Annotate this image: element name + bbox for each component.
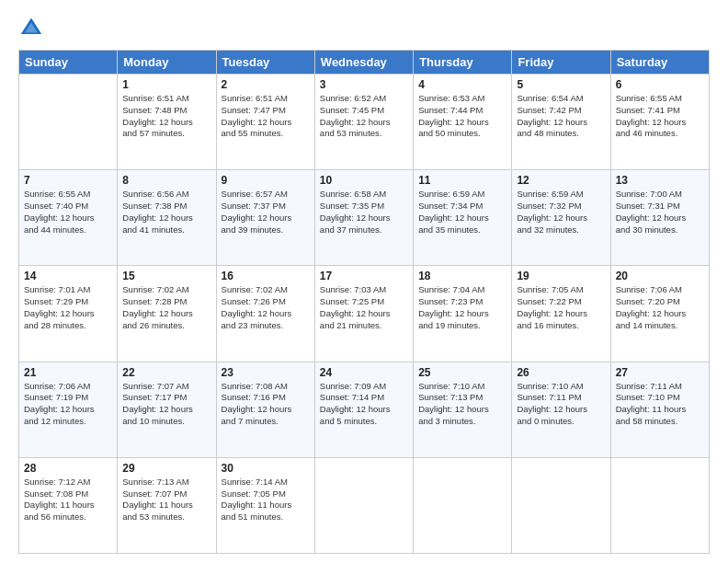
day-number: 17 — [320, 270, 408, 282]
day-info: Sunrise: 7:12 AM Sunset: 7:08 PM Dayligh… — [24, 477, 112, 523]
day-number: 26 — [517, 366, 605, 379]
day-number: 24 — [320, 366, 408, 379]
header — [18, 15, 710, 40]
day-info: Sunrise: 7:06 AM Sunset: 7:19 PM Dayligh… — [24, 381, 112, 428]
day-info: Sunrise: 7:04 AM Sunset: 7:23 PM Dayligh… — [418, 284, 506, 331]
calendar-cell — [610, 457, 709, 553]
day-info: Sunrise: 7:06 AM Sunset: 7:20 PM Dayligh… — [616, 284, 704, 331]
calendar-week-row: 7Sunrise: 6:55 AM Sunset: 7:40 PM Daylig… — [19, 170, 710, 266]
calendar-cell: 13Sunrise: 7:00 AM Sunset: 7:31 PM Dayli… — [610, 170, 709, 266]
calendar-cell: 30Sunrise: 7:14 AM Sunset: 7:05 PM Dayli… — [216, 457, 314, 553]
day-number: 30 — [222, 462, 310, 475]
calendar-cell: 14Sunrise: 7:01 AM Sunset: 7:29 PM Dayli… — [19, 266, 118, 362]
calendar-header-monday: Monday — [118, 51, 216, 75]
day-info: Sunrise: 7:13 AM Sunset: 7:07 PM Dayligh… — [122, 477, 210, 523]
day-info: Sunrise: 7:05 AM Sunset: 7:22 PM Dayligh… — [517, 284, 605, 331]
day-number: 3 — [320, 78, 408, 91]
calendar-cell: 29Sunrise: 7:13 AM Sunset: 7:07 PM Dayli… — [118, 457, 216, 553]
calendar-cell: 22Sunrise: 7:07 AM Sunset: 7:17 PM Dayli… — [118, 362, 216, 457]
day-info: Sunrise: 7:02 AM Sunset: 7:26 PM Dayligh… — [222, 284, 310, 331]
calendar-header-sunday: Sunday — [19, 51, 118, 75]
day-number: 19 — [517, 270, 605, 282]
calendar-cell: 10Sunrise: 6:58 AM Sunset: 7:35 PM Dayli… — [314, 170, 413, 266]
calendar-header-thursday: Thursday — [414, 51, 512, 75]
day-info: Sunrise: 7:08 AM Sunset: 7:16 PM Dayligh… — [222, 381, 310, 428]
calendar-week-row: 14Sunrise: 7:01 AM Sunset: 7:29 PM Dayli… — [19, 266, 710, 362]
day-number: 21 — [24, 366, 112, 379]
calendar-cell: 17Sunrise: 7:03 AM Sunset: 7:25 PM Dayli… — [314, 266, 413, 362]
day-number: 27 — [616, 366, 704, 379]
calendar-cell: 7Sunrise: 6:55 AM Sunset: 7:40 PM Daylig… — [19, 170, 118, 266]
day-info: Sunrise: 7:01 AM Sunset: 7:29 PM Dayligh… — [24, 284, 112, 331]
day-number: 14 — [24, 270, 112, 282]
day-info: Sunrise: 7:11 AM Sunset: 7:10 PM Dayligh… — [616, 381, 704, 428]
calendar-header-tuesday: Tuesday — [216, 51, 314, 75]
calendar-cell: 8Sunrise: 6:56 AM Sunset: 7:38 PM Daylig… — [118, 170, 216, 266]
day-info: Sunrise: 7:02 AM Sunset: 7:28 PM Dayligh… — [122, 284, 210, 331]
calendar-cell: 19Sunrise: 7:05 AM Sunset: 7:22 PM Dayli… — [512, 266, 610, 362]
calendar-cell: 12Sunrise: 6:59 AM Sunset: 7:32 PM Dayli… — [512, 170, 610, 266]
day-info: Sunrise: 6:53 AM Sunset: 7:44 PM Dayligh… — [418, 93, 506, 140]
calendar-cell: 2Sunrise: 6:51 AM Sunset: 7:47 PM Daylig… — [216, 75, 314, 170]
day-number: 2 — [222, 78, 310, 91]
day-info: Sunrise: 7:00 AM Sunset: 7:31 PM Dayligh… — [616, 189, 704, 236]
calendar-cell: 27Sunrise: 7:11 AM Sunset: 7:10 PM Dayli… — [610, 362, 709, 457]
day-info: Sunrise: 6:54 AM Sunset: 7:42 PM Dayligh… — [517, 93, 605, 140]
day-info: Sunrise: 6:55 AM Sunset: 7:40 PM Dayligh… — [24, 189, 112, 236]
day-number: 4 — [418, 78, 506, 91]
day-info: Sunrise: 6:52 AM Sunset: 7:45 PM Dayligh… — [320, 93, 408, 140]
calendar-header-friday: Friday — [512, 51, 610, 75]
calendar-cell: 18Sunrise: 7:04 AM Sunset: 7:23 PM Dayli… — [414, 266, 512, 362]
calendar-cell: 6Sunrise: 6:55 AM Sunset: 7:41 PM Daylig… — [610, 75, 709, 170]
day-info: Sunrise: 6:57 AM Sunset: 7:37 PM Dayligh… — [222, 189, 310, 236]
logo — [18, 15, 48, 40]
calendar-cell: 24Sunrise: 7:09 AM Sunset: 7:14 PM Dayli… — [314, 362, 413, 457]
calendar-cell: 25Sunrise: 7:10 AM Sunset: 7:13 PM Dayli… — [414, 362, 512, 457]
calendar-cell — [512, 457, 610, 553]
calendar-cell: 15Sunrise: 7:02 AM Sunset: 7:28 PM Dayli… — [118, 266, 216, 362]
calendar-cell: 23Sunrise: 7:08 AM Sunset: 7:16 PM Dayli… — [216, 362, 314, 457]
day-number: 15 — [122, 270, 210, 282]
calendar-cell: 26Sunrise: 7:10 AM Sunset: 7:11 PM Dayli… — [512, 362, 610, 457]
calendar-cell: 21Sunrise: 7:06 AM Sunset: 7:19 PM Dayli… — [19, 362, 118, 457]
day-number: 22 — [122, 366, 210, 379]
calendar-cell: 28Sunrise: 7:12 AM Sunset: 7:08 PM Dayli… — [19, 457, 118, 553]
day-number: 11 — [418, 174, 506, 187]
day-info: Sunrise: 7:03 AM Sunset: 7:25 PM Dayligh… — [320, 284, 408, 331]
calendar-week-row: 21Sunrise: 7:06 AM Sunset: 7:19 PM Dayli… — [19, 362, 710, 457]
day-number: 13 — [616, 174, 704, 187]
calendar-week-row: 28Sunrise: 7:12 AM Sunset: 7:08 PM Dayli… — [19, 457, 710, 553]
day-info: Sunrise: 6:56 AM Sunset: 7:38 PM Dayligh… — [122, 189, 210, 236]
day-info: Sunrise: 6:51 AM Sunset: 7:48 PM Dayligh… — [122, 93, 210, 140]
day-number: 28 — [24, 462, 112, 475]
day-number: 29 — [122, 462, 210, 475]
day-number: 20 — [616, 270, 704, 282]
day-number: 10 — [320, 174, 408, 187]
calendar-cell: 20Sunrise: 7:06 AM Sunset: 7:20 PM Dayli… — [610, 266, 709, 362]
calendar-header-saturday: Saturday — [610, 51, 709, 75]
day-info: Sunrise: 7:07 AM Sunset: 7:17 PM Dayligh… — [122, 381, 210, 428]
calendar-table: SundayMondayTuesdayWednesdayThursdayFrid… — [18, 50, 710, 554]
calendar-cell: 16Sunrise: 7:02 AM Sunset: 7:26 PM Dayli… — [216, 266, 314, 362]
day-info: Sunrise: 7:10 AM Sunset: 7:11 PM Dayligh… — [517, 381, 605, 428]
day-number: 23 — [222, 366, 310, 379]
day-info: Sunrise: 6:55 AM Sunset: 7:41 PM Dayligh… — [616, 93, 704, 140]
calendar-cell — [19, 75, 118, 170]
calendar-cell: 1Sunrise: 6:51 AM Sunset: 7:48 PM Daylig… — [118, 75, 216, 170]
calendar-cell: 11Sunrise: 6:59 AM Sunset: 7:34 PM Dayli… — [414, 170, 512, 266]
day-number: 9 — [222, 174, 310, 187]
calendar-cell: 3Sunrise: 6:52 AM Sunset: 7:45 PM Daylig… — [314, 75, 413, 170]
day-info: Sunrise: 7:14 AM Sunset: 7:05 PM Dayligh… — [222, 477, 310, 523]
calendar-header-row: SundayMondayTuesdayWednesdayThursdayFrid… — [19, 51, 710, 75]
day-info: Sunrise: 6:58 AM Sunset: 7:35 PM Dayligh… — [320, 189, 408, 236]
calendar-cell: 5Sunrise: 6:54 AM Sunset: 7:42 PM Daylig… — [512, 75, 610, 170]
day-number: 5 — [517, 78, 605, 91]
calendar-cell: 9Sunrise: 6:57 AM Sunset: 7:37 PM Daylig… — [216, 170, 314, 266]
day-number: 18 — [418, 270, 506, 282]
day-number: 8 — [122, 174, 210, 187]
calendar-cell — [414, 457, 512, 553]
logo-icon — [18, 15, 44, 40]
day-number: 25 — [418, 366, 506, 379]
day-number: 6 — [616, 78, 704, 91]
day-number: 12 — [517, 174, 605, 187]
